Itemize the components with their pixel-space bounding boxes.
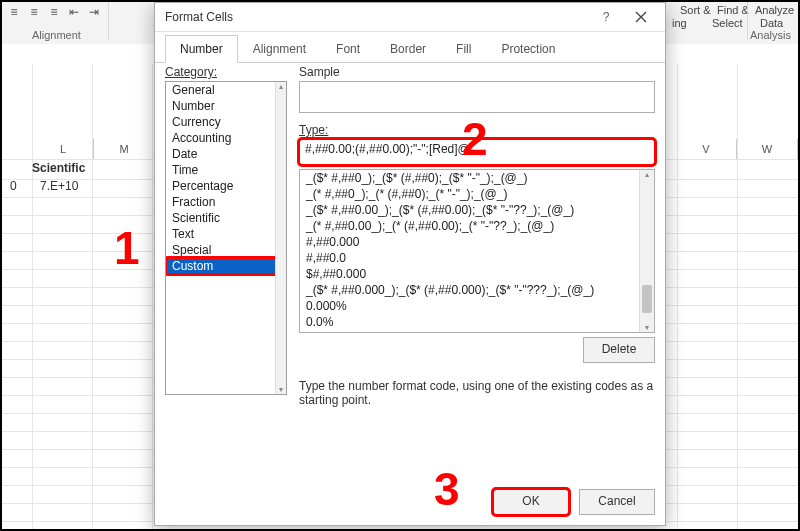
dialog-body: Category: General Number Currency Accoun… (165, 65, 655, 483)
format-scrollbar[interactable] (639, 170, 654, 332)
find-label: Find & (717, 4, 749, 16)
close-icon (635, 11, 647, 23)
category-item[interactable]: Currency (166, 114, 276, 130)
delete-button[interactable]: Delete (583, 337, 655, 363)
ok-button[interactable]: OK (493, 489, 569, 515)
category-item[interactable]: Scientific (166, 210, 276, 226)
group-analysis-label: Analysis (750, 29, 791, 41)
dialog-tabs: Number Alignment Font Border Fill Protec… (155, 32, 665, 63)
format-item[interactable]: 0.E+00 (300, 330, 640, 332)
help-button[interactable]: ? (591, 3, 621, 31)
category-item[interactable]: General (166, 82, 276, 98)
category-scrollbar[interactable] (275, 82, 286, 394)
align-right-icon[interactable]: ≡ (46, 4, 62, 20)
tab-protection[interactable]: Protection (486, 35, 570, 63)
sample-box (299, 81, 655, 113)
type-input[interactable]: #,##0.00;(#,##0.00);"-";[Red]@ (299, 139, 655, 165)
format-item[interactable]: 0.0% (300, 314, 640, 330)
align-left-icon[interactable]: ≡ (6, 4, 22, 20)
format-item[interactable]: _($* #,##0_);_($* (#,##0);_($* "-"_);_(@… (300, 170, 640, 186)
format-listbox[interactable]: _($* #,##0_);_($* (#,##0);_($* "-"_);_(@… (299, 169, 655, 333)
cell-rowhdr: 0 (10, 179, 17, 193)
cell-scientific-header: Scientific (32, 161, 85, 175)
hint-text: Type the number format code, using one o… (299, 379, 655, 407)
format-item[interactable]: _($* #,##0.000_);_($* (#,##0.000);_($* "… (300, 282, 640, 298)
tab-border[interactable]: Border (375, 35, 441, 63)
format-item[interactable]: 0.000% (300, 298, 640, 314)
sort-label: Sort & (680, 4, 711, 16)
sample-label: Sample (299, 65, 655, 79)
close-button[interactable] (621, 3, 661, 31)
group-alignment-label: Alignment (32, 29, 81, 41)
type-label: Type: (299, 123, 655, 137)
category-item[interactable]: Time (166, 162, 276, 178)
indent-left-icon[interactable]: ⇤ (66, 4, 82, 20)
tab-font[interactable]: Font (321, 35, 375, 63)
format-item[interactable]: _($* #,##0.00_);_($* (#,##0.00);_($* "-"… (300, 202, 640, 218)
analyze-label: Analyze (755, 4, 794, 16)
align-icons: ≡ ≡ ≡ ⇤ ⇥ (6, 4, 102, 20)
category-item[interactable]: Fraction (166, 194, 276, 210)
tab-alignment[interactable]: Alignment (238, 35, 321, 63)
align-center-icon[interactable]: ≡ (26, 4, 42, 20)
ing-label: ing (672, 17, 687, 29)
format-item[interactable]: #,##0.0 (300, 250, 640, 266)
dialog-titlebar: Format Cells ? (155, 3, 665, 32)
category-item[interactable]: Number (166, 98, 276, 114)
cell-value[interactable]: 7.E+10 (40, 179, 78, 193)
cancel-button[interactable]: Cancel (579, 489, 655, 515)
format-item[interactable]: _(* #,##0.00_);_(* (#,##0.00);_(* "-"??_… (300, 218, 640, 234)
category-item[interactable]: Text (166, 226, 276, 242)
category-item[interactable]: Accounting (166, 130, 276, 146)
category-item-custom[interactable]: Custom (166, 258, 276, 274)
data-label: Data (760, 17, 783, 29)
category-listbox[interactable]: General Number Currency Accounting Date … (165, 81, 287, 395)
dialog-title: Format Cells (165, 10, 591, 24)
format-item[interactable]: _(* #,##0_);_(* (#,##0);_(* "-"_);_(@_) (300, 186, 640, 202)
indent-right-icon[interactable]: ⇥ (86, 4, 102, 20)
tab-number[interactable]: Number (165, 35, 238, 63)
dialog-button-row: OK Cancel (493, 489, 655, 515)
format-item[interactable]: #,##0.000 (300, 234, 640, 250)
category-item[interactable]: Special (166, 242, 276, 258)
format-cells-dialog: Format Cells ? Number Alignment Font Bor… (154, 2, 666, 526)
select-label: Select (712, 17, 743, 29)
category-item[interactable]: Date (166, 146, 276, 162)
category-item[interactable]: Percentage (166, 178, 276, 194)
tab-fill[interactable]: Fill (441, 35, 486, 63)
format-item[interactable]: $#,##0.000 (300, 266, 640, 282)
